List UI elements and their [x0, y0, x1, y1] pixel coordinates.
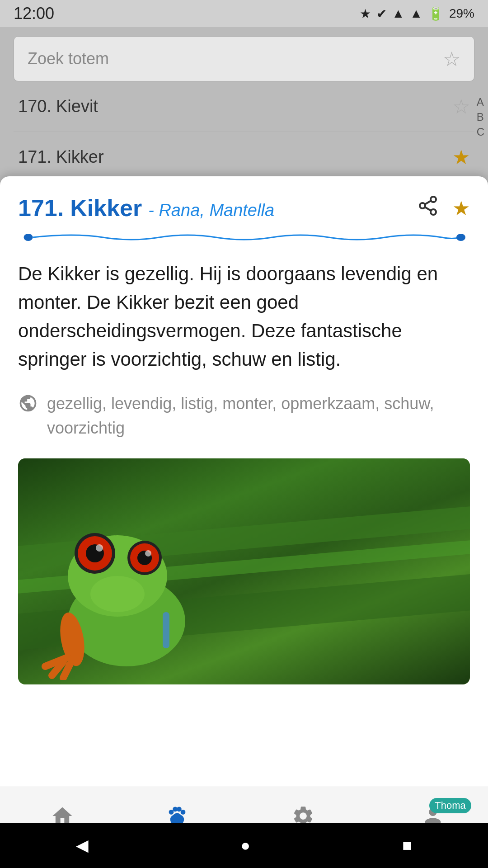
share-icon[interactable] [417, 195, 439, 222]
tags-gear-icon [18, 393, 38, 418]
signal-icon: ▲ [410, 6, 422, 21]
wifi-icon: ▲ [392, 6, 405, 21]
detail-description: De Kikker is gezellig. Hij is doorgaans … [18, 259, 470, 373]
detail-actions: ★ [417, 195, 470, 222]
detail-name: Kikker [70, 194, 142, 222]
svg-point-25 [177, 807, 182, 811]
detail-title: 171. Kikker - Rana, Mantella [18, 194, 417, 222]
svg-point-26 [180, 809, 185, 814]
alpha-sidebar: A B C [477, 95, 488, 139]
svg-point-5 [24, 234, 33, 241]
vibrate-icon: ✔ [376, 6, 387, 21]
home-button[interactable]: ● [240, 836, 250, 855]
svg-line-3 [425, 207, 431, 211]
detail-tags: gezellig, levendig, listig, monter, opme… [18, 392, 470, 440]
svg-point-16 [145, 550, 151, 557]
list-item-kievit[interactable]: 170. Kievit ☆ [14, 81, 474, 132]
svg-rect-17 [163, 612, 169, 648]
search-bar[interactable]: Zoek totem ☆ [14, 36, 474, 81]
item-number-171: 171. [18, 147, 52, 167]
item-number-170: 170. [18, 97, 52, 116]
recents-button[interactable]: ■ [402, 836, 412, 855]
list-item-kikker[interactable]: 171. Kikker ★ [14, 132, 474, 183]
alpha-c[interactable]: C [477, 125, 484, 139]
status-icons: ★ ✔ ▲ ▲ 🔋 29% [360, 6, 474, 21]
bluetooth-icon: ★ [360, 6, 371, 21]
kikker-star-icon[interactable]: ★ [452, 146, 470, 169]
alpha-a[interactable]: A [477, 95, 484, 109]
detail-panel: 171. Kikker - Rana, Mantella ★ De Kikker… [0, 176, 488, 809]
tags-text: gezellig, levendig, listig, monter, opme… [47, 392, 470, 440]
detail-header: 171. Kikker - Rana, Mantella ★ [18, 194, 470, 222]
search-placeholder: Zoek totem [28, 49, 443, 68]
item-name-kievit: Kievit [56, 97, 98, 116]
battery-text: 29% [449, 6, 474, 21]
detail-separator [18, 231, 470, 244]
svg-point-23 [169, 809, 174, 814]
item-name-kikker: Kikker [56, 147, 104, 167]
svg-line-4 [425, 201, 431, 204]
svg-point-6 [456, 234, 465, 241]
status-time: 12:00 [14, 4, 54, 23]
kievit-star-icon[interactable]: ☆ [452, 95, 470, 118]
detail-number: 171. [18, 194, 64, 222]
search-star-icon[interactable]: ☆ [443, 47, 460, 71]
alpha-b[interactable]: B [477, 110, 484, 124]
svg-point-22 [90, 576, 145, 612]
detail-star-icon[interactable]: ★ [452, 197, 470, 220]
detail-subtitle: - Rana, Mantella [148, 201, 274, 220]
back-button[interactable]: ◀ [76, 836, 89, 855]
battery-icon: 🔋 [428, 6, 444, 21]
profile-badge: Thoma [429, 798, 471, 813]
svg-point-12 [96, 544, 103, 552]
frog-image [18, 458, 470, 684]
android-nav-bar: ◀ ● ■ [0, 823, 488, 868]
status-bar: 12:00 ★ ✔ ▲ ▲ 🔋 29% [0, 0, 488, 27]
